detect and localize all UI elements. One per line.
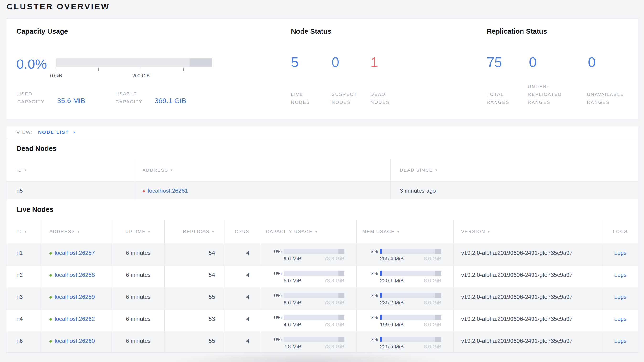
column-header-id[interactable]: ID ▼ — [6, 220, 40, 244]
capacity-usage-cell: 0% 8.6 MiB 73.8 GiB — [260, 288, 356, 310]
replication-status-section: Replication Status 75 TOTAL RANGES 0 UND… — [487, 19, 640, 119]
node-id: n3 — [6, 288, 40, 310]
node-list-card: VIEW: NODE LIST ▼ Dead Nodes ID ▼ ADDRES… — [6, 126, 638, 353]
bar-fill — [380, 337, 382, 342]
dead-nodes-label: DEAD NODES — [370, 90, 402, 106]
bar-fill — [380, 293, 382, 298]
mem-usage-bar — [380, 249, 441, 254]
column-header-mem-usage[interactable]: MEM USAGE ▼ — [356, 220, 453, 244]
used-capacity-label: USED CAPACITY — [18, 90, 51, 106]
capacity-usage-bar — [284, 293, 344, 298]
axis-tick — [98, 68, 99, 71]
mem-total: 8.0 GiB — [424, 278, 441, 284]
node-uptime: 6 minutes — [112, 310, 164, 332]
mem-used: 220.1 MiB — [380, 278, 404, 284]
logs-cell: Logs — [603, 244, 638, 266]
axis-tick-label: 0 GiB — [42, 73, 70, 78]
mem-total: 8.0 GiB — [424, 300, 441, 306]
dead-status-dot-icon — [142, 190, 145, 193]
sort-icon: ▼ — [170, 168, 174, 172]
sort-icon: ▼ — [487, 230, 491, 234]
node-cpus: 4 — [224, 332, 260, 353]
node-replicas: 54 — [164, 266, 224, 288]
sort-icon: ▼ — [397, 230, 400, 234]
mem-percent: 2% — [362, 315, 378, 332]
capacity-total: 73.8 GiB — [324, 256, 344, 262]
unavailable-ranges-stat: 0 UNAVAILABLE RANGES — [587, 19, 642, 119]
column-header-address[interactable]: ADDRESS ▼ — [40, 220, 112, 244]
view-mode-selected: NODE LIST — [38, 130, 69, 135]
mem-usage-cell: 2% 225.5 MiB 8.0 GiB — [356, 332, 453, 353]
node-version: v19.2.0-alpha.20190606-2491-gfe735c9a97 — [453, 288, 603, 310]
capacity-used: 7.8 MiB — [284, 343, 302, 350]
node-uptime: 6 minutes — [112, 244, 164, 266]
column-header-version[interactable]: VERSION ▼ — [453, 220, 603, 244]
node-id: n4 — [6, 310, 40, 332]
capacity-used: 5.0 MiB — [284, 278, 302, 284]
node-address-link[interactable]: localhost:26258 — [55, 272, 95, 278]
dead-nodes-stat: 1 DEAD NODES — [370, 19, 409, 119]
usable-capacity-value: 369.1 GiB — [154, 97, 186, 105]
node-replicas: 55 — [164, 288, 224, 310]
page-title: CLUSTER OVERVIEW — [7, 2, 110, 11]
live-status-dot-icon — [50, 340, 52, 343]
column-header-cpus: CPUS — [224, 220, 260, 244]
dead-node-row: n5 localhost:26261 3 minutes ago — [6, 182, 638, 200]
capacity-percent: 0% — [266, 271, 282, 288]
node-address-link[interactable]: localhost:26257 — [55, 250, 95, 256]
logs-link[interactable]: Logs — [614, 338, 626, 353]
mem-used: 199.6 MiB — [380, 322, 404, 328]
mem-percent: 3% — [362, 249, 378, 266]
capacity-total: 73.8 GiB — [324, 278, 344, 284]
chevron-down-icon: ▼ — [72, 130, 76, 134]
logs-cell: Logs — [603, 310, 638, 332]
column-header-address[interactable]: ADDRESS ▼ — [134, 159, 390, 182]
logs-cell: Logs — [603, 332, 638, 353]
node-cpus: 4 — [224, 266, 260, 288]
dead-nodes-table-header: ID ▼ ADDRESS ▼ DEAD SINCE ▼ — [6, 159, 638, 182]
node-address-link[interactable]: localhost:26261 — [148, 188, 188, 194]
node-version: v19.2.0-alpha.20190606-2491-gfe735c9a97 — [453, 310, 603, 332]
node-address-link[interactable]: localhost:26260 — [55, 338, 95, 344]
node-uptime: 6 minutes — [112, 266, 164, 288]
node-address-link[interactable]: localhost:26259 — [55, 294, 95, 300]
live-nodes-count: 5 — [291, 55, 298, 69]
live-node-row: n4 localhost:26262 6 minutes 53 4 0% 4.6… — [6, 310, 638, 332]
capacity-total: 73.8 GiB — [324, 343, 344, 350]
capacity-bar-dark-segment — [190, 58, 212, 67]
column-header-dead-since[interactable]: DEAD SINCE ▼ — [390, 159, 638, 182]
column-header-id[interactable]: ID ▼ — [6, 159, 134, 182]
suspect-nodes-stat: 0 SUSPECT NODES — [332, 19, 370, 119]
column-header-replicas[interactable]: REPLICAS ▼ — [164, 220, 224, 244]
summary-card: Capacity Usage 0.0% 0 GiB 200 GiB USED C… — [6, 19, 638, 119]
under-replicated-count: 0 — [529, 55, 536, 69]
node-id: n2 — [6, 266, 40, 288]
sort-icon: ▼ — [314, 230, 318, 234]
logs-link[interactable]: Logs — [614, 272, 626, 288]
under-replicated-label: UNDER-REPLICATED RANGES — [528, 83, 573, 106]
logs-link[interactable]: Logs — [614, 250, 626, 266]
logs-link[interactable]: Logs — [614, 316, 626, 332]
column-header-capacity-usage[interactable]: CAPACITY USAGE ▼ — [260, 220, 356, 244]
total-ranges-count: 75 — [487, 55, 502, 69]
capacity-usage-bar — [284, 271, 344, 276]
capacity-percent: 0% — [266, 315, 282, 332]
bar-fill — [380, 249, 382, 254]
mem-total: 8.0 GiB — [424, 343, 441, 350]
node-status-section: Node Status 5 LIVE NODES 0 SUSPECT NODES… — [291, 19, 458, 119]
under-replicated-stat: 0 UNDER-REPLICATED RANGES — [528, 19, 583, 119]
capacity-usage-title: Capacity Usage — [16, 28, 68, 35]
bar-dark-segment — [338, 293, 345, 298]
live-status-dot-icon — [50, 274, 52, 277]
capacity-usage-cell: 0% 7.8 MiB 73.8 GiB — [260, 332, 356, 353]
sort-icon: ▼ — [24, 230, 28, 234]
suspect-nodes-label: SUSPECT NODES — [332, 90, 367, 106]
node-cpus: 4 — [224, 288, 260, 310]
used-capacity-value: 35.6 MiB — [57, 97, 85, 105]
axis-tick — [141, 68, 141, 71]
view-mode-dropdown[interactable]: NODE LIST ▼ — [38, 130, 76, 135]
mem-used: 225.5 MiB — [380, 343, 404, 350]
column-header-uptime[interactable]: UPTIME ▼ — [112, 220, 164, 244]
node-address-link[interactable]: localhost:26262 — [55, 316, 95, 322]
logs-link[interactable]: Logs — [614, 294, 626, 310]
